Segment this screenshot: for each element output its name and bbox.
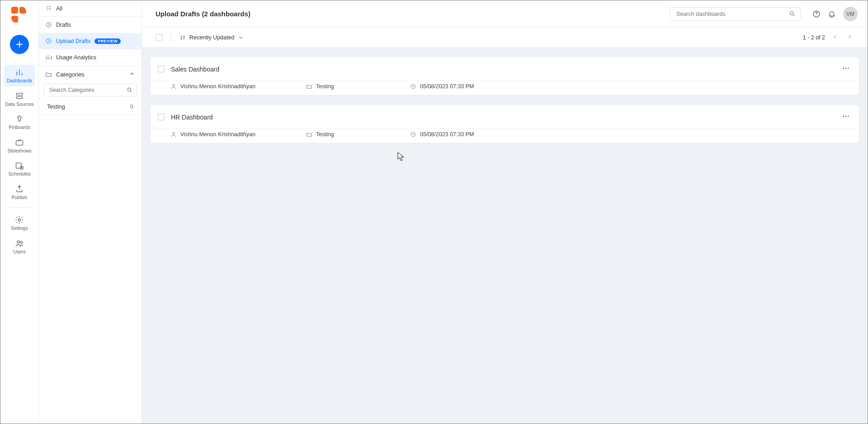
svg-point-10	[127, 88, 131, 91]
help-icon	[812, 10, 821, 18]
nav-data-sources[interactable]: Data Sources	[4, 88, 35, 110]
topbar: Upload Drafts (2 dashboards) VM	[142, 0, 868, 28]
category-name: Testing	[316, 131, 334, 138]
cursor-icon	[397, 152, 405, 162]
category-name: Testing	[47, 104, 65, 110]
pagination-text: 1 - 2 of 2	[803, 34, 825, 41]
meta-category: Testing	[306, 131, 410, 138]
nav-publish[interactable]: Publish	[4, 181, 35, 203]
sidebar-item-label: Drafts	[56, 22, 71, 28]
user-icon	[170, 83, 177, 90]
svg-point-20	[848, 116, 849, 117]
nav-dashboards[interactable]: Dashboards	[4, 65, 35, 86]
create-button[interactable]	[10, 35, 29, 54]
page-title: Upload Drafts (2 dashboards)	[156, 10, 250, 18]
content-area: Sales Dashboard Vishnu Menon Krishnadith…	[142, 48, 868, 424]
nav-label: Schedules	[8, 172, 30, 177]
sidebar-item-all[interactable]: All	[39, 0, 142, 17]
card-menu-button[interactable]	[840, 62, 852, 76]
categories-toggle[interactable]: Categories	[39, 66, 142, 82]
nav-settings[interactable]: Settings	[4, 212, 35, 234]
nav-label: Data Sources	[5, 102, 34, 107]
user-icon	[170, 131, 177, 138]
upload-clock-icon	[45, 38, 52, 44]
nav-label: Dashboards	[7, 78, 33, 84]
prev-page-button[interactable]	[830, 32, 840, 43]
sort-icon	[179, 34, 186, 41]
svg-point-5	[19, 219, 21, 221]
toolbar: Recently Updated 1 - 2 of 2	[142, 28, 868, 48]
tv-icon	[15, 138, 24, 147]
sidebar-item-drafts[interactable]: Drafts	[39, 17, 142, 33]
svg-point-13	[843, 68, 844, 69]
dashboard-card[interactable]: Sales Dashboard Vishnu Menon Krishnadith…	[150, 57, 859, 95]
svg-point-19	[845, 116, 847, 117]
card-title: Sales Dashboard	[171, 66, 219, 73]
timestamp: 05/08/2023 07:33 PM	[420, 83, 474, 90]
sub-sidebar: All Drafts Upload Drafts PREVIEW Usage A…	[39, 0, 142, 424]
svg-point-18	[843, 116, 844, 117]
search-categories[interactable]	[43, 84, 137, 96]
pagination: 1 - 2 of 2	[803, 32, 854, 43]
svg-point-14	[845, 68, 847, 69]
svg-point-6	[17, 241, 19, 243]
bell-icon	[828, 10, 836, 18]
sidebar-item-usage-analytics[interactable]: Usage Analytics	[39, 49, 142, 66]
card-meta: Vishnu Menon Krishnadithyan Testing 05/0…	[151, 128, 859, 143]
category-name: Testing	[316, 83, 334, 90]
nav-rail: Dashboards Data Sources Pinboards Slides…	[0, 0, 39, 424]
owner-name: Vishnu Menon Krishnadithyan	[180, 83, 255, 90]
app-frame: Dashboards Data Sources Pinboards Slides…	[0, 0, 868, 424]
svg-rect-2	[16, 140, 23, 145]
users-icon	[15, 239, 24, 248]
toolbar-separator	[171, 33, 171, 43]
app-logo[interactable]	[11, 7, 28, 23]
category-count: 0	[130, 104, 133, 110]
dashboard-card[interactable]: HR Dashboard Vishnu Menon Krishnadithyan…	[150, 105, 859, 143]
plus-icon	[15, 40, 24, 48]
notifications-button[interactable]	[824, 6, 840, 22]
nav-label: Users	[13, 249, 25, 255]
categories-label: Categories	[56, 71, 85, 78]
card-title: HR Dashboard	[171, 114, 213, 121]
svg-rect-0	[16, 93, 22, 95]
sidebar-item-label: Upload Drafts	[56, 38, 90, 44]
chevron-left-icon	[832, 34, 838, 39]
nav-label: Publish	[12, 195, 27, 200]
card-checkbox[interactable]	[158, 114, 165, 120]
database-icon	[15, 91, 24, 100]
card-meta: Vishnu Menon Krishnadithyan Testing 05/0…	[151, 80, 859, 95]
card-menu-button[interactable]	[840, 110, 852, 124]
nav-schedules[interactable]: Schedules	[4, 158, 35, 180]
nav-users[interactable]: Users	[4, 236, 35, 257]
search-icon	[127, 87, 133, 93]
select-all-checkbox[interactable]	[156, 34, 163, 41]
avatar[interactable]: VM	[843, 7, 858, 21]
nav-slideshows[interactable]: Slideshows	[4, 135, 35, 157]
nav-label: Settings	[11, 226, 28, 231]
help-button[interactable]	[809, 6, 824, 22]
chevron-right-icon	[847, 34, 852, 39]
sort-label: Recently Updated	[189, 34, 234, 41]
next-page-button[interactable]	[845, 32, 854, 43]
svg-point-15	[848, 68, 849, 69]
search-dashboards[interactable]	[670, 7, 801, 21]
clock-icon	[410, 83, 416, 90]
clock-icon	[410, 131, 416, 138]
timestamp: 05/08/2023 07:33 PM	[420, 131, 474, 138]
sidebar-item-upload-drafts[interactable]: Upload Drafts PREVIEW	[39, 33, 142, 49]
preview-badge: PREVIEW	[94, 38, 121, 44]
sort-button[interactable]: Recently Updated	[179, 34, 244, 41]
nav-pinboards[interactable]: Pinboards	[4, 111, 35, 133]
svg-rect-1	[16, 96, 22, 98]
clock-icon	[45, 21, 52, 28]
card-checkbox[interactable]	[158, 66, 165, 72]
category-row[interactable]: Testing 0	[39, 100, 142, 115]
meta-timestamp: 05/08/2023 07:33 PM	[410, 83, 528, 90]
chevron-down-icon	[238, 34, 244, 41]
sidebar-item-label: Usage Analytics	[56, 54, 96, 61]
nav-label: Slideshows	[7, 148, 31, 154]
search-dashboards-input[interactable]	[675, 8, 789, 20]
search-categories-input[interactable]	[47, 84, 127, 96]
more-icon	[842, 112, 850, 120]
